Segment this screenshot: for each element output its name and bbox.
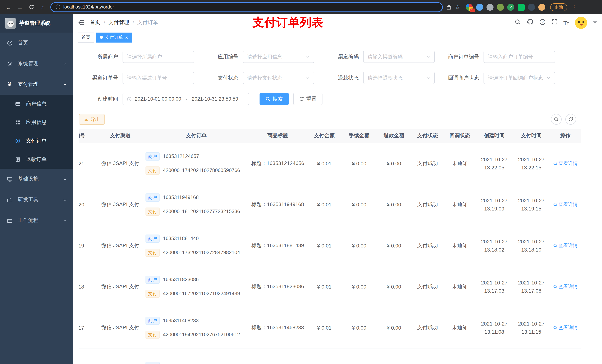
cell-amount: ¥ 0.01 <box>307 307 342 348</box>
sidebar-toggle-icon[interactable] <box>78 20 85 26</box>
sidebar-item-system[interactable]: 系统管理 <box>0 53 73 74</box>
caret-down-icon[interactable] <box>593 21 597 24</box>
help-icon[interactable]: ? <box>539 19 546 26</box>
top-navbar: 首页 / 支付管理 / 支付订单 支付订单列表 ? <box>73 14 602 31</box>
date-range-picker[interactable]: 2021-10-01 00:00:00 - 2021-10-31 23:59:5… <box>123 93 249 105</box>
cell-actions: 查看详情 <box>550 225 581 266</box>
merchant-order-no-input[interactable] <box>484 51 555 63</box>
extension-icon[interactable] <box>497 3 504 10</box>
sidebar-item-dev-tools[interactable]: 研发工具 <box>0 189 73 210</box>
search-icon[interactable] <box>515 19 521 26</box>
refund-status-select[interactable]: 请选择退款状态 <box>363 72 435 84</box>
extension-icon[interactable] <box>518 3 525 10</box>
tab-home[interactable]: 首页 <box>78 32 94 42</box>
view-detail-link[interactable]: 查看详情 <box>553 283 578 290</box>
channel-code-select[interactable]: 请输入渠道编码 <box>363 51 435 63</box>
sidebar-item-merchant-info[interactable]: 商户信息 <box>0 95 73 113</box>
font-size-icon[interactable]: TT <box>563 20 569 26</box>
select-placeholder: 请选择支付状态 <box>247 74 306 81</box>
app-id-select[interactable]: 请选择应用信息 <box>243 51 314 63</box>
search-button[interactable]: 搜索 <box>259 93 289 105</box>
bookmark-star-icon[interactable]: ☆ <box>455 3 460 10</box>
view-detail-link[interactable]: 查看详情 <box>553 201 578 208</box>
search-icon <box>266 96 270 101</box>
export-button[interactable]: 导出 <box>79 114 105 125</box>
title-value: 1635312124656 <box>267 160 304 166</box>
merchant-tag: 商户 <box>146 275 160 283</box>
user-avatar[interactable] <box>575 16 587 29</box>
sidebar-item-workflow[interactable]: 工作流程 <box>0 210 73 231</box>
view-detail-link[interactable]: 查看详情 <box>553 242 578 249</box>
cell-status: 支付成功 <box>411 225 444 266</box>
sidebar-item-payment[interactable]: ¥ 支付管理 <box>0 74 73 95</box>
browser-update-button[interactable]: 更新 <box>550 3 567 11</box>
sidebar-item-pay-order[interactable]: 支付订单 <box>0 132 73 150</box>
chevron-down-icon <box>63 177 67 181</box>
browser-home-button[interactable]: ⌂ <box>39 3 47 11</box>
channel-order-no: 4200001167202110271022491439 <box>163 291 240 296</box>
channel-order-no-input[interactable] <box>123 72 194 84</box>
monitor-icon <box>6 176 13 182</box>
sidebar-item-home[interactable]: 首页 <box>0 32 73 53</box>
pay-status-select[interactable]: 请选择支付状态 <box>243 72 314 84</box>
browser-menu-icon[interactable]: ⋮ <box>571 4 577 10</box>
extension-icon[interactable] <box>476 3 483 10</box>
title-prefix: 标题： <box>251 283 267 289</box>
reset-button[interactable]: 重置 <box>293 93 322 105</box>
browser-forward-button[interactable]: → <box>16 3 24 11</box>
extension-icon[interactable]: 10 <box>466 3 473 10</box>
cell-pay-order: 商户1635311468233 支付4200001194202110276752… <box>144 307 248 348</box>
cell-pay-time: 2021-10-2713:19:15 <box>513 184 550 225</box>
merchant-order-no: 1635311949168 <box>163 195 199 200</box>
col-title: 商品标题 <box>248 129 307 143</box>
filter-merchant: 所属商户 <box>79 51 194 63</box>
view-detail-link[interactable]: 查看详情 <box>553 324 578 331</box>
refresh-icon <box>299 96 304 101</box>
breadcrumb-section[interactable]: 支付管理 <box>108 19 129 26</box>
github-icon[interactable] <box>527 19 533 27</box>
cell-title: 标题：1635311468233 <box>248 307 307 348</box>
filter-label: 创建时间 <box>79 96 123 102</box>
tab-pay-order[interactable]: 支付订单 × <box>96 32 132 42</box>
extension-icon[interactable] <box>538 3 546 10</box>
breadcrumb-home[interactable]: 首页 <box>90 19 100 26</box>
col-pay-time: 支付时间 <box>513 129 550 143</box>
sidebar-item-label: 应用信息 <box>26 119 47 126</box>
sidebar-item-infrastructure[interactable]: 基础设施 <box>0 169 73 189</box>
extension-icon[interactable] <box>487 3 494 10</box>
refresh-table-button[interactable] <box>565 114 576 125</box>
browser-reload-button[interactable] <box>27 3 35 11</box>
cell-create-time: 2021-10-2713:17:03 <box>476 266 513 307</box>
url-bar[interactable]: ⓘ localhost:1024/pay/order <box>50 2 443 12</box>
sidebar-item-label: 退款订单 <box>26 156 47 163</box>
cell-pay-time: 2021-10-2713:17:08 <box>513 266 550 307</box>
chevron-down-icon <box>547 76 550 80</box>
sidebar-item-refund-order[interactable]: 退款订单 <box>0 150 73 169</box>
table-header-row: 编号 支付渠道 支付订单 商品标题 支付金额 手续金额 退款金额 支付状态 回调… <box>79 129 581 143</box>
orders-table-viewport: 编号 支付渠道 支付订单 商品标题 支付金额 手续金额 退款金额 支付状态 回调… <box>79 129 596 364</box>
close-icon[interactable]: × <box>125 35 128 40</box>
merchant-input[interactable] <box>123 51 194 63</box>
tab-label: 首页 <box>81 34 90 41</box>
extension-icon[interactable]: ✓ <box>507 3 515 10</box>
browser-back-button[interactable]: ← <box>4 3 13 11</box>
extension-badge: 10 <box>470 8 475 12</box>
main-area: 首页 / 支付管理 / 支付订单 支付订单列表 ? <box>73 14 602 364</box>
refresh-icon <box>568 117 573 122</box>
sidebar-item-app-info[interactable]: 应用信息 <box>0 113 73 132</box>
share-icon[interactable] <box>446 4 452 10</box>
view-detail-link[interactable]: 查看详情 <box>553 160 578 167</box>
cell-status: 支付成功 <box>411 266 444 307</box>
fullscreen-icon[interactable] <box>551 19 557 26</box>
search-icon <box>553 325 557 330</box>
title-value: 1635311881439 <box>267 242 304 248</box>
site-info-icon[interactable]: ⓘ <box>55 4 60 10</box>
extension-icon[interactable] <box>528 3 535 10</box>
toggle-search-button[interactable] <box>551 114 562 125</box>
notify-status-select[interactable]: 请选择订单回调商户状态 <box>484 72 555 84</box>
sidebar-logo[interactable]: 芋道管理系统 <box>0 14 73 32</box>
cell-channel: 微信 JSAPI 支付 <box>97 225 144 266</box>
cell-channel <box>97 348 144 364</box>
merchant-tag: 商户 <box>146 234 160 242</box>
filter-app-id: 应用编号 请选择应用信息 <box>199 51 314 63</box>
